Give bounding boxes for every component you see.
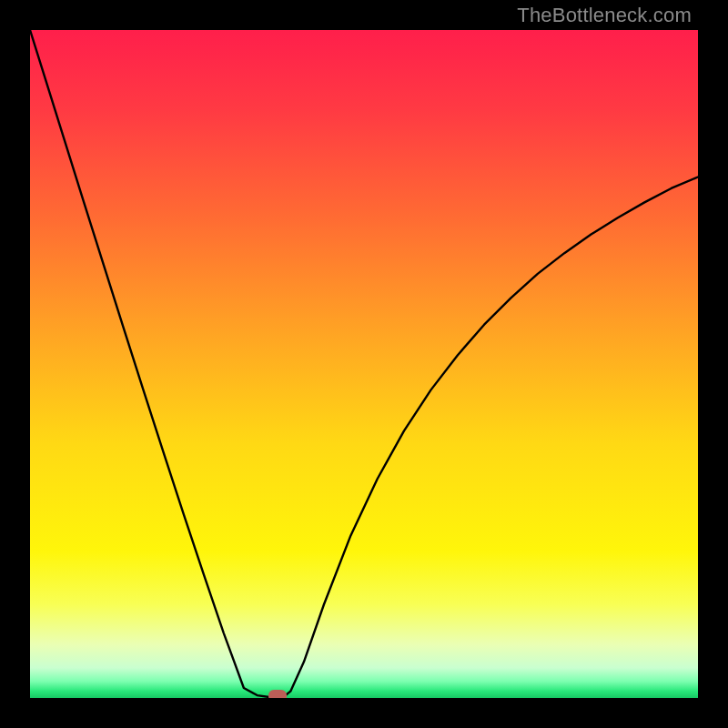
plot-area <box>30 30 698 698</box>
chart-frame: TheBottleneck.com <box>0 0 728 728</box>
minimum-marker <box>268 690 287 698</box>
watermark-text: TheBottleneck.com <box>517 4 692 27</box>
bottleneck-curve <box>30 30 698 698</box>
